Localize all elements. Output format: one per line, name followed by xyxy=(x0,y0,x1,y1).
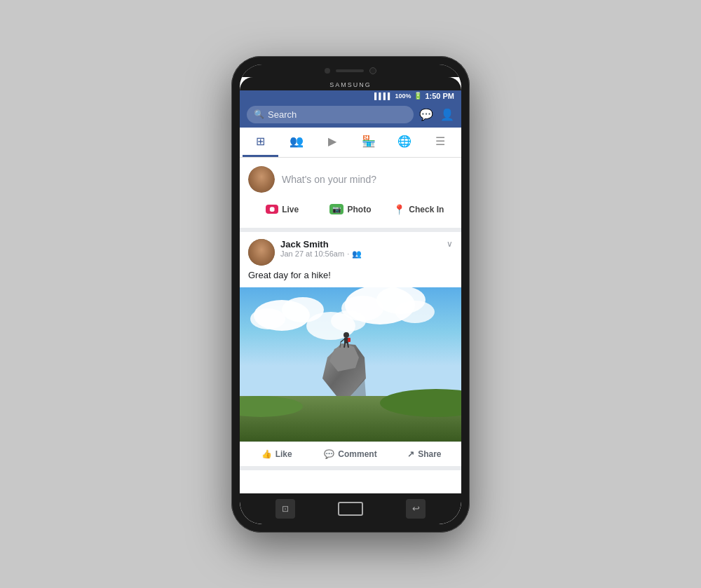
like-icon: 👍 xyxy=(261,449,272,459)
comment-icon: 💬 xyxy=(324,449,334,459)
battery-indicator: 100% xyxy=(395,93,411,100)
signal-icon: ▌▌▌▌ xyxy=(374,93,393,100)
tab-marketplace[interactable]: 🏪 xyxy=(350,128,386,157)
post-actions: 👍 Like 💬 Comment ↗ Share xyxy=(240,442,461,466)
composer-placeholder[interactable]: What's on your mind? xyxy=(282,174,376,185)
globe-tab-icon: 🌐 xyxy=(397,135,411,148)
composer-actions: ⏺ Live 📷 Photo 📍 Check In xyxy=(248,200,453,219)
navigation-tabs: ⊞ 👥 ▶ 🏪 🌐 ☰ xyxy=(240,128,461,158)
phone-top-bar xyxy=(240,64,461,77)
battery-icon: 🔋 xyxy=(414,92,422,100)
status-bar: ▌▌▌▌ 100% 🔋 1:50 PM xyxy=(240,90,461,102)
search-placeholder: Search xyxy=(268,109,297,120)
checkin-label: Check In xyxy=(409,205,444,214)
home-button[interactable] xyxy=(338,502,363,516)
share-icon: ↗ xyxy=(407,449,414,459)
status-composer: What's on your mind? ⏺ Live 📷 Photo 📍 xyxy=(240,158,461,232)
avatar-image xyxy=(248,166,275,193)
header-action-icons: 💬 👤 xyxy=(419,108,454,121)
back-icon: ↩ xyxy=(412,503,420,514)
comment-button[interactable]: 💬 Comment xyxy=(313,444,387,465)
photo-label: Photo xyxy=(347,205,371,214)
live-record-dot: ⏺ xyxy=(268,205,275,213)
composer-top: What's on your mind? xyxy=(248,166,453,193)
photo-icon: 📷 xyxy=(329,204,343,214)
post-image-svg xyxy=(240,287,461,442)
svg-point-10 xyxy=(395,301,435,323)
tab-globe[interactable]: 🌐 xyxy=(386,128,422,157)
tab-home[interactable]: ⊞ xyxy=(243,128,278,157)
marketplace-tab-icon: 🏪 xyxy=(362,135,376,148)
search-icon: 🔍 xyxy=(254,109,264,119)
front-camera xyxy=(369,67,376,74)
svg-point-17 xyxy=(343,332,349,338)
video-tab-icon: ▶ xyxy=(328,135,336,148)
android-bottom-nav: ⊡ ↩ xyxy=(240,493,461,524)
post-username[interactable]: Jack Smith xyxy=(280,239,441,249)
svg-point-12 xyxy=(331,310,366,331)
post-meta: Jan 27 at 10:56am · 👥 xyxy=(280,249,441,259)
post-audience-icon: · xyxy=(347,249,349,258)
clock: 1:50 PM xyxy=(425,92,454,100)
phone-device: SAMSUNG ▌▌▌▌ 100% 🔋 1:50 PM 🔍 Search 💬 👤… xyxy=(231,56,470,533)
svg-line-20 xyxy=(348,343,348,348)
sensor-dot xyxy=(325,68,330,74)
search-bar[interactable]: 🔍 Search xyxy=(247,106,414,123)
checkin-icon: 📍 xyxy=(393,204,405,215)
like-label: Like xyxy=(275,449,292,459)
share-button[interactable]: ↗ Share xyxy=(388,444,461,465)
messenger-icon[interactable]: 💬 xyxy=(419,108,433,121)
menu-tab-icon: ☰ xyxy=(435,135,445,148)
friend-requests-icon[interactable]: 👤 xyxy=(440,108,454,121)
post-options-chevron[interactable]: ∨ xyxy=(447,239,453,249)
friends-tab-icon: 👥 xyxy=(290,135,304,148)
audience-friends-icon: 👥 xyxy=(352,249,362,259)
post-card: Jack Smith Jan 27 at 10:56am · 👥 ∨ Great… xyxy=(240,232,461,470)
samsung-logo: SAMSUNG xyxy=(240,77,461,90)
live-button[interactable]: ⏺ Live xyxy=(248,200,316,219)
facebook-header: 🔍 Search 💬 👤 xyxy=(240,102,461,128)
post-image xyxy=(240,287,461,442)
post-avatar-image xyxy=(248,239,275,266)
recents-icon: ⊡ xyxy=(282,504,289,514)
speaker xyxy=(336,69,364,72)
svg-point-6 xyxy=(250,308,285,329)
post-user-info: Jack Smith Jan 27 at 10:56am · 👥 xyxy=(280,239,441,259)
home-tab-icon: ⊞ xyxy=(256,135,265,148)
tab-video[interactable]: ▶ xyxy=(315,128,350,157)
post-header: Jack Smith Jan 27 at 10:56am · 👥 ∨ xyxy=(240,232,461,270)
post-date: Jan 27 at 10:56am xyxy=(280,249,344,258)
post-text: Great day for a hike! xyxy=(240,270,461,287)
svg-rect-18 xyxy=(348,338,350,342)
back-button[interactable]: ↩ xyxy=(406,499,426,519)
comment-label: Comment xyxy=(338,449,376,459)
tab-friends[interactable]: 👥 xyxy=(278,128,314,157)
post-author-avatar xyxy=(248,239,275,266)
feed-scroll-area[interactable]: What's on your mind? ⏺ Live 📷 Photo 📍 xyxy=(240,158,461,493)
like-button[interactable]: 👍 Like xyxy=(240,444,313,465)
phone-screen: SAMSUNG ▌▌▌▌ 100% 🔋 1:50 PM 🔍 Search 💬 👤… xyxy=(240,64,461,524)
svg-line-19 xyxy=(344,343,345,348)
user-avatar xyxy=(248,166,275,193)
live-label: Live xyxy=(282,205,299,214)
live-icon: ⏺ xyxy=(266,205,278,214)
recents-button[interactable]: ⊡ xyxy=(275,499,295,519)
share-label: Share xyxy=(418,449,441,459)
photo-button[interactable]: 📷 Photo xyxy=(316,200,384,219)
tab-menu[interactable]: ☰ xyxy=(423,128,458,157)
checkin-button[interactable]: 📍 Check In xyxy=(385,200,453,219)
